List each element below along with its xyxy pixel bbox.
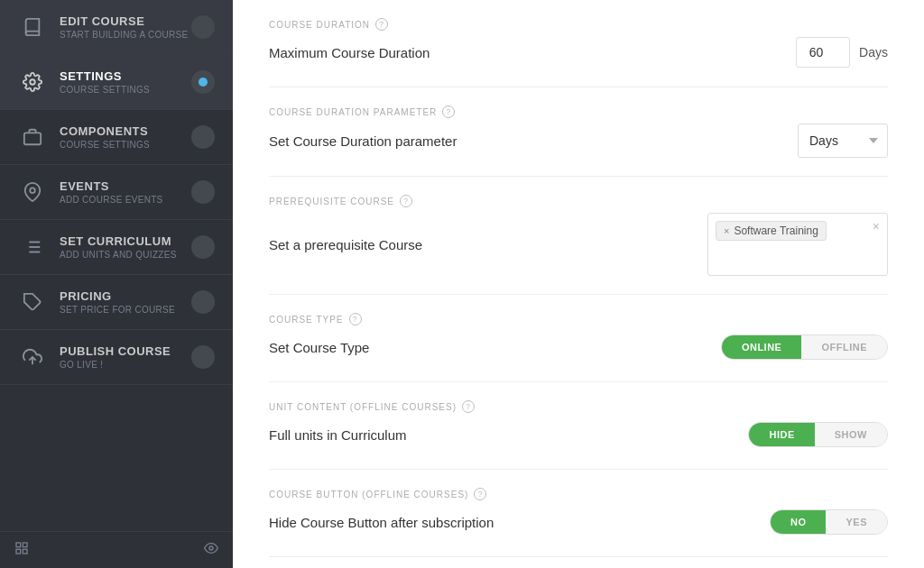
components-sublabel: COURSE SETTINGS xyxy=(60,140,191,150)
toggle-online[interactable]: ONLINE xyxy=(722,335,802,359)
sidebar-item-components[interactable]: COMPONENTS COURSE SETTINGS xyxy=(0,110,233,165)
section-course-duration: COURSE DURATION ? Maximum Course Duratio… xyxy=(269,0,888,87)
days-select[interactable]: Days Weeks Months xyxy=(798,124,888,158)
course-type-label: COURSE TYPE ? xyxy=(269,313,888,325)
section-course-progress: COURSE PROGRESS (OFFLINE COURSES) ? Prog… xyxy=(269,557,888,568)
unit-content-row: Full units in Curriculum HIDE SHOW xyxy=(269,418,888,451)
course-button-label: COURSE BUTTON (OFFLINE COURSES) ? xyxy=(269,488,888,500)
course-duration-control: Days xyxy=(796,37,888,68)
sidebar-item-publish-course[interactable]: PUBLISH COURSE GO LIVE ! xyxy=(0,330,233,385)
course-type-title: Set Course Type xyxy=(269,340,369,355)
prerequisite-course-label: PREREQUISITE COURSE ? xyxy=(269,195,888,207)
course-button-toggle: NO YES xyxy=(770,509,888,535)
course-duration-param-row: Set Course Duration parameter Days Weeks… xyxy=(269,124,888,158)
tag-box-close-icon[interactable]: × xyxy=(873,219,880,234)
toggle-yes-button[interactable]: YES xyxy=(826,510,887,534)
duration-input[interactable] xyxy=(796,37,850,68)
toggle-no-button[interactable]: NO xyxy=(771,510,827,534)
prerequisite-course-control: × Software Training × xyxy=(707,213,888,276)
svg-rect-13 xyxy=(23,549,27,554)
section-prerequisite-course: PREREQUISITE COURSE ? Set a prerequisite… xyxy=(269,177,888,295)
unit-content-info-icon[interactable]: ? xyxy=(462,400,475,413)
svg-point-0 xyxy=(30,79,35,85)
edit-course-sublabel: START BUILDING A COURSE xyxy=(60,30,191,40)
book-icon xyxy=(18,13,47,41)
components-label: COMPONENTS xyxy=(60,124,191,138)
unit-content-control: HIDE SHOW xyxy=(748,422,888,447)
edit-course-label: EDIT COURSE xyxy=(60,14,191,28)
events-sublabel: ADD COURSE EVENTS xyxy=(60,195,191,205)
prerequisite-tag-box[interactable]: × Software Training × xyxy=(707,213,888,276)
course-type-row: Set Course Type ONLINE OFFLINE xyxy=(269,331,888,363)
publish-label: PUBLISH COURSE xyxy=(60,344,191,358)
course-duration-param-label: COURSE DURATION PARAMETER ? xyxy=(269,105,888,118)
course-duration-param-title: Set Course Duration parameter xyxy=(269,133,457,149)
pricing-badge xyxy=(191,290,215,314)
svg-point-2 xyxy=(30,188,35,193)
svg-point-15 xyxy=(209,546,213,550)
section-unit-content: UNIT CONTENT (OFFLINE COURSES) ? Full un… xyxy=(269,382,888,470)
publish-badge xyxy=(191,345,215,369)
set-curriculum-badge xyxy=(191,235,215,259)
edit-course-badge xyxy=(191,15,215,39)
unit-content-title: Full units in Curriculum xyxy=(269,427,407,443)
sidebar-item-set-curriculum[interactable]: SET CURRICULUM ADD UNITS AND QUIZZES xyxy=(0,220,233,275)
sidebar-item-settings[interactable]: SETTINGS COURSE SETTINGS xyxy=(0,55,233,110)
publish-sublabel: GO LIVE ! xyxy=(60,360,191,370)
duration-unit: Days xyxy=(859,45,888,60)
components-badge xyxy=(191,125,215,149)
toggle-offline[interactable]: OFFLINE xyxy=(801,335,887,359)
upload-icon xyxy=(18,343,47,371)
course-type-toggle: ONLINE OFFLINE xyxy=(721,334,888,360)
sidebar-item-edit-course[interactable]: EDIT COURSE START BUILDING A COURSE xyxy=(0,0,233,55)
tag-software-training: × Software Training xyxy=(716,221,827,241)
course-duration-label: COURSE DURATION ? xyxy=(269,18,888,31)
course-button-info-icon[interactable]: ? xyxy=(474,488,486,500)
main-content: COURSE DURATION ? Maximum Course Duratio… xyxy=(233,0,924,568)
pin-icon xyxy=(18,178,47,206)
course-button-row: Hide Course Button after subscription NO… xyxy=(269,506,888,538)
course-type-info-icon[interactable]: ? xyxy=(349,313,362,325)
events-label: EVENTS xyxy=(60,179,191,193)
toggle-hide-units[interactable]: HIDE xyxy=(749,423,814,446)
course-type-control: ONLINE OFFLINE xyxy=(721,334,888,360)
pricing-sublabel: SET PRICE FOR COURSE xyxy=(60,305,191,315)
grid-icon[interactable] xyxy=(14,541,29,559)
sidebar-footer xyxy=(0,531,233,568)
set-curriculum-label: SET CURRICULUM xyxy=(60,234,191,248)
course-duration-param-info-icon[interactable]: ? xyxy=(442,105,455,118)
course-button-control: NO YES xyxy=(770,509,888,535)
events-badge xyxy=(191,180,215,204)
course-duration-info-icon[interactable]: ? xyxy=(375,18,388,31)
list-icon xyxy=(18,233,47,261)
tag-icon xyxy=(18,288,47,316)
pricing-label: PRICING xyxy=(60,289,191,303)
prerequisite-info-icon[interactable]: ? xyxy=(400,195,412,207)
svg-rect-14 xyxy=(16,549,21,554)
settings-sublabel: COURSE SETTINGS xyxy=(60,85,191,95)
settings-label: SETTINGS xyxy=(60,69,191,83)
tag-remove-x[interactable]: × xyxy=(724,225,729,236)
briefcase-icon xyxy=(18,123,47,151)
gear-icon xyxy=(18,68,47,96)
svg-rect-12 xyxy=(23,543,27,547)
course-duration-row: Maximum Course Duration Days xyxy=(269,36,888,69)
prerequisite-course-title: Set a prerequisite Course xyxy=(269,237,422,252)
settings-badge xyxy=(191,70,215,94)
section-course-type: COURSE TYPE ? Set Course Type ONLINE OFF… xyxy=(269,295,888,382)
tag-label: Software Training xyxy=(734,224,818,237)
course-duration-title: Maximum Course Duration xyxy=(269,45,430,60)
sidebar: EDIT COURSE START BUILDING A COURSE SETT… xyxy=(0,0,233,568)
sidebar-item-pricing[interactable]: PRICING SET PRICE FOR COURSE xyxy=(0,275,233,330)
section-course-duration-param: COURSE DURATION PARAMETER ? Set Course D… xyxy=(269,87,888,177)
unit-content-label: UNIT CONTENT (OFFLINE COURSES) ? xyxy=(269,400,888,413)
prerequisite-course-row: Set a prerequisite Course × Software Tra… xyxy=(269,213,888,276)
eye-icon[interactable] xyxy=(204,541,218,559)
sidebar-item-events[interactable]: EVENTS ADD COURSE EVENTS xyxy=(0,165,233,220)
course-duration-param-control: Days Weeks Months xyxy=(798,124,888,158)
toggle-show-units[interactable]: SHOW xyxy=(815,423,887,446)
svg-rect-11 xyxy=(16,543,21,547)
section-course-button: COURSE BUTTON (OFFLINE COURSES) ? Hide C… xyxy=(269,470,888,557)
set-curriculum-sublabel: ADD UNITS AND QUIZZES xyxy=(60,250,191,260)
unit-content-toggle: HIDE SHOW xyxy=(748,422,888,447)
